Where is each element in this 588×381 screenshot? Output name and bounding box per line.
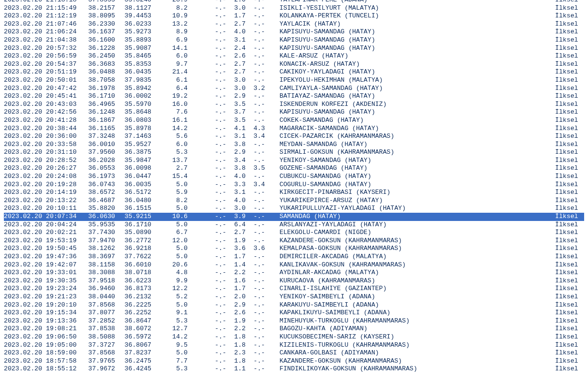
table-row[interactable]: 2023.02.20 20:36:0037.324837.14635.6-.-3…: [4, 132, 584, 141]
col-md: -.-: [212, 68, 226, 76]
table-row[interactable]: 2023.02.20 20:24:0836.197336.044715.4-.-…: [4, 173, 584, 181]
table-row[interactable]: 2023.02.20 19:53:1937.947036.277212.0-.-…: [4, 237, 584, 245]
col-md: -.-: [212, 76, 226, 85]
col-longitude: 36.4245: [115, 365, 151, 373]
table-row[interactable]: 2023.02.20 20:41:2836.186736.080316.1-.-…: [4, 117, 584, 125]
col-source: İlksel: [555, 229, 584, 237]
col-md: -.-: [212, 148, 226, 157]
col-depth: 21.4: [151, 68, 188, 76]
col-source: İlksel: [555, 349, 584, 357]
col-depth: 7.6: [151, 108, 188, 117]
col-longitude: 36.8067: [115, 341, 151, 350]
col-ml: 2.0: [226, 0, 246, 4]
col-depth: 6.9: [151, 36, 188, 44]
col-mw: -.-: [246, 365, 265, 373]
table-row[interactable]: 2023.02.20 19:05:0037.372736.80679.5-.-1…: [4, 341, 584, 350]
col-ml: 1.7: [226, 12, 246, 20]
table-row[interactable]: 2023.02.20 19:47:3638.369737.76225.0-.-1…: [4, 253, 584, 261]
col-depth: 8.9: [151, 28, 188, 36]
table-row[interactable]: 2023.02.20 19:15:3437.807736.22529.1-.-2…: [4, 309, 584, 317]
table-row[interactable]: 2023.02.20 19:33:0138.308838.07184.8-.-2…: [4, 269, 584, 277]
col-place: KAPAKLIKUYU-SAIMBEYLI (ADANA): [279, 309, 555, 317]
col-ml: 3.0: [226, 4, 246, 13]
table-row[interactable]: 2023.02.20 20:31:1037.956036.38755.3-.-2…: [4, 148, 584, 157]
table-row[interactable]: 2023.02.20 20:28:5236.202835.984713.7-.-…: [4, 157, 584, 165]
col-ml: 3.8: [226, 164, 246, 173]
col-md: -.-: [212, 0, 226, 4]
table-row[interactable]: 2023.02.20 18:57:5837.976536.24757.7-.-1…: [4, 357, 584, 366]
col-latitude: 36.1165: [81, 125, 115, 133]
table-row[interactable]: 2023.02.20 20:45:4136.171036.000219.2-.-…: [4, 92, 584, 101]
col-latitude: 35.8820: [81, 205, 115, 213]
table-row[interactable]: 2023.02.20 20:47:4236.197835.89426.4-.-3…: [4, 85, 584, 93]
table-row[interactable]: 2023.02.20 20:50:0138.705837.98356.1-.-3…: [4, 76, 584, 85]
col-place: YAYLACIK (HATAY): [279, 20, 555, 29]
col-mw: -.-: [246, 301, 265, 309]
table-row[interactable]: 2023.02.20 21:12:1938.809539.445310.9-.-…: [4, 12, 584, 20]
col-datetime: 2023.02.20 19:20:10: [4, 301, 81, 309]
table-row[interactable]: 2023.02.20 18:55:1237.967236.42455.3-.-1…: [4, 365, 584, 373]
table-row[interactable]: 2023.02.20 20:02:2137.743035.08906.7-.-2…: [4, 229, 584, 237]
col-latitude: 36.1978: [81, 85, 115, 93]
col-md: -.-: [212, 237, 226, 245]
col-latitude: 38.7058: [81, 76, 115, 85]
col-md: -.-: [212, 4, 226, 13]
col-latitude: 38.1158: [81, 261, 115, 269]
col-source: İlksel: [555, 189, 584, 197]
table-row[interactable]: 2023.02.20 19:20:1037.856836.22255.0-.-2…: [4, 301, 584, 309]
table-row[interactable]: 2023.02.20 20:04:2435.953536.17105.0-.-6…: [4, 221, 584, 229]
col-mw: 3.2: [246, 85, 265, 93]
table-row[interactable]: 2023.02.20 18:59:0037.856837.82375.0-.-2…: [4, 349, 584, 357]
col-depth: 7.7: [151, 357, 188, 366]
table-row[interactable]: 2023.02.20 20:56:5936.245035.84656.0-.-2…: [4, 52, 584, 60]
table-row[interactable]: 2023.02.20 20:26:2736.055336.00982.7-.-3…: [4, 164, 584, 173]
col-latitude: 35.9535: [81, 221, 115, 229]
table-row[interactable]: 2023.02.20 20:57:3236.122835.908714.1-.-…: [4, 44, 584, 53]
table-row[interactable]: 2023.02.20 19:06:5038.508836.597214.2-.-…: [4, 333, 584, 341]
col-mw: -.-: [246, 277, 265, 285]
table-row[interactable]: 2023.02.20 19:42:0738.115836.601020.6-.-…: [4, 261, 584, 269]
col-latitude: 37.8568: [81, 301, 115, 309]
table-row[interactable]: 2023.02.20 19:21:2338.044036.21325.2-.-2…: [4, 293, 584, 301]
col-ml: 2.3: [226, 349, 246, 357]
table-row[interactable]: 2023.02.20 19:13:3637.285236.86475.3-.-1…: [4, 317, 584, 325]
table-row[interactable]: 2023.02.20 20:10:1135.882036.15155.0-.-3…: [4, 205, 584, 213]
table-row[interactable]: 2023.02.20 20:07:3436.063035.921510.6-.-…: [4, 213, 584, 221]
col-datetime: 2023.02.20 20:26:27: [4, 164, 81, 173]
col-longitude: 35.9847: [115, 157, 151, 165]
col-md: -.-: [212, 85, 226, 93]
table-row[interactable]: 2023.02.20 20:42:5636.124835.86487.6-.-3…: [4, 108, 584, 117]
col-mw: -.-: [246, 197, 265, 205]
col-ml: 1.8: [226, 357, 246, 366]
table-row[interactable]: 2023.02.20 21:04:3836.160035.88936.9-.-3…: [4, 36, 584, 44]
col-ml: 4.1: [226, 125, 246, 133]
table-row[interactable]: 2023.02.20 21:07:4636.233036.023313.2-.-…: [4, 20, 584, 29]
table-row[interactable]: 2023.02.20 20:14:1938.657236.51725.9-.-3…: [4, 189, 584, 197]
col-place: YENIKOY-SAMANDAG (HATAY): [279, 157, 555, 165]
col-place: GOZENE-SAMANDAG (HATAY): [279, 164, 555, 173]
col-depth: 9.7: [151, 60, 188, 69]
col-place: AYDINLAR-AKCADAG (MALATYA): [279, 269, 555, 277]
table-row[interactable]: 2023.02.20 20:38:4436.116535.897814.2-.-…: [4, 125, 584, 133]
col-place: CINARLI-ISLAHIYE (GAZIANTEP): [279, 285, 555, 293]
table-row[interactable]: 2023.02.20 19:30:3537.951836.62239.9-.-1…: [4, 277, 584, 285]
table-row[interactable]: 2023.02.20 19:23:2436.946036.817312.2-.-…: [4, 285, 584, 293]
table-row[interactable]: 2023.02.20 20:19:2836.074336.00355.0-.-3…: [4, 181, 584, 189]
table-row[interactable]: 2023.02.20 19:50:4538.126236.92185.0-.-3…: [4, 245, 584, 253]
table-row[interactable]: 2023.02.20 21:06:2436.163735.92738.9-.-4…: [4, 28, 584, 36]
table-row[interactable]: 2023.02.20 20:33:5836.001035.95276.0-.-3…: [4, 141, 584, 149]
table-row[interactable]: 2023.02.20 20:13:2236.468736.04808.2-.-4…: [4, 197, 584, 205]
col-place: KONACIK-ARSUZ (HATAY): [279, 60, 555, 69]
col-datetime: 2023.02.20 19:50:45: [4, 245, 81, 253]
table-row[interactable]: 2023.02.20 20:51:1936.048836.043521.4-.-…: [4, 68, 584, 76]
col-depth: 5.0: [151, 221, 188, 229]
col-latitude: 36.1637: [81, 28, 115, 36]
col-depth: 20.6: [151, 261, 188, 269]
table-row[interactable]: 2023.02.20 21:18:1837.855535.824028.9-.-…: [4, 0, 584, 4]
table-row[interactable]: 2023.02.20 20:54:3736.368335.83539.7-.-2…: [4, 60, 584, 69]
col-source: İlksel: [555, 333, 584, 341]
table-row[interactable]: 2023.02.20 19:08:2137.853838.607212.7-.-…: [4, 325, 584, 333]
col-depth: 10.6: [151, 213, 188, 221]
table-row[interactable]: 2023.02.20 20:43:0336.496535.597016.0-.-…: [4, 101, 584, 109]
table-row[interactable]: 2023.02.20 21:15:4938.215738.11278.2-.-3…: [4, 4, 584, 13]
